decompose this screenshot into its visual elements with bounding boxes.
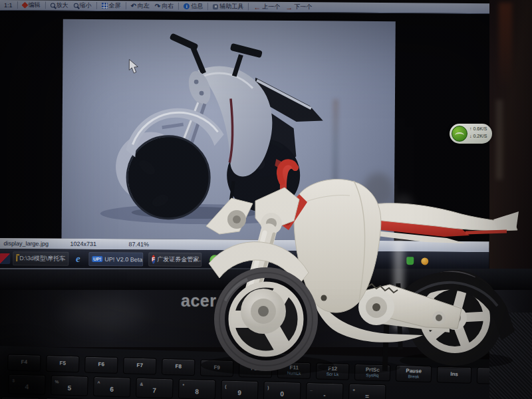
printed-motorcycle-model	[0, 0, 532, 399]
front-wheel	[219, 273, 313, 366]
photo-of-laptop-with-3d-printed-motorcycle: 1:1 编辑 放大 缩小 全屏 ↶ 向左 ↷ 向右	[0, 0, 532, 399]
